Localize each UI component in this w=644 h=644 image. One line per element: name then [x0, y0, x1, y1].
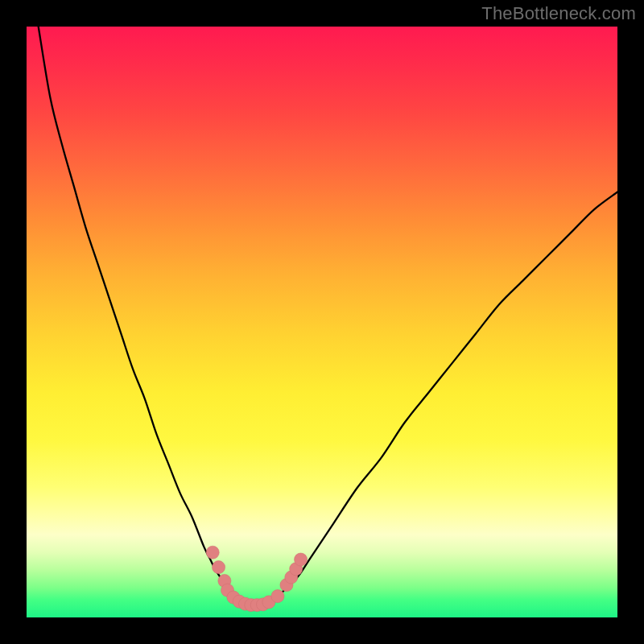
bottleneck-curve — [39, 27, 617, 605]
marker-dot — [295, 553, 308, 566]
plot-area — [27, 27, 617, 617]
marker-dot — [271, 590, 284, 603]
marker-dot — [212, 561, 225, 574]
pink-markers — [206, 546, 308, 611]
watermark-text: TheBottleneck.com — [481, 3, 636, 24]
curve-path — [39, 27, 617, 605]
chart-frame: TheBottleneck.com — [0, 0, 644, 644]
chart-svg — [27, 27, 617, 617]
marker-dot — [206, 546, 219, 559]
